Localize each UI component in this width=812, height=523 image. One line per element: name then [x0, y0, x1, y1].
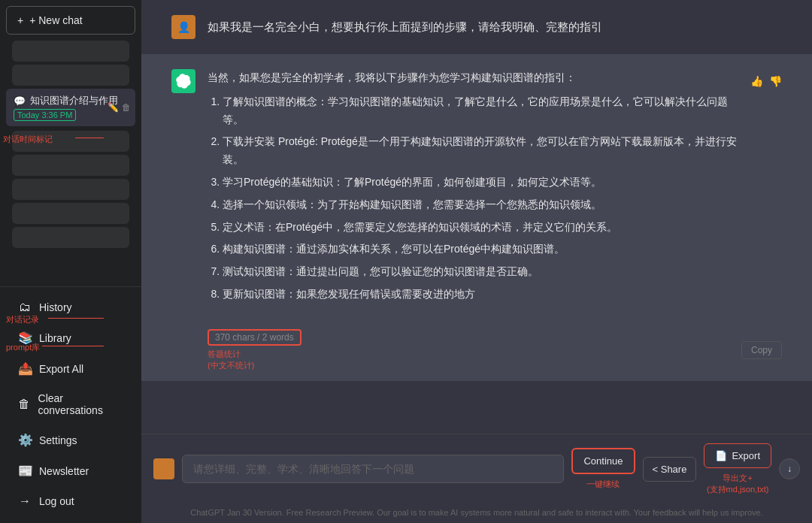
sidebar-top: + + New chat 💬 知识图谱介绍与作用 Today 3:36 PM ✏… — [0, 0, 141, 286]
continue-button[interactable]: Continue — [571, 448, 635, 474]
sidebar-bottom: 🗂 History 📚 Library 📤 Export All 🗑 Clear… — [0, 286, 141, 523]
ai-steps-list: 了解知识图谱的概念：学习知识图谱的基础知识，了解它是什么，它的应用场景是什么，它… — [208, 93, 738, 304]
chat-item-blurred-7[interactable] — [12, 227, 129, 248]
ai-message-text: 当然，如果您是完全的初学者，我将以下步骤作为您学习构建知识图谱的指引： 了解知识… — [208, 69, 738, 304]
chat-icon: 💬 — [14, 95, 26, 107]
clear-icon: 🗑 — [18, 398, 31, 411]
char-annotation: 答题统计 (中文不统计) — [208, 349, 254, 372]
user-message-text: 如果我是一名完全小白，想要执行你上面提到的步骤，请给我明确、完整的指引 — [208, 15, 602, 36]
continue-group: Continue 一键继续 — [571, 448, 635, 490]
char-count: 370 chars / 2 words — [208, 329, 301, 346]
settings-label: Settings — [39, 434, 77, 446]
ai-step-2: 下载并安装 Protégé: Protégé是一个用于构建知识图谱的开源软件，您… — [223, 133, 738, 169]
history-icon: 🗂 — [18, 301, 32, 314]
main-content: 👤 如果我是一名完全小白，想要执行你上面提到的步骤，请给我明确、完整的指引 当然… — [141, 0, 812, 523]
export-label: Export — [732, 450, 760, 461]
continue-annotation: 一键继续 — [586, 479, 620, 490]
input-area: Continue 一键继续 < Share 📄 Export 导出文+ (支持m… — [141, 434, 812, 503]
chat-item-blurred-4[interactable] — [12, 155, 129, 176]
chat-item-blurred-1[interactable] — [12, 41, 129, 62]
active-chat-item[interactable]: 💬 知识图谱介绍与作用 Today 3:36 PM ✏️ 🗑 — [6, 89, 135, 126]
export-ann-1: 导出文+ — [707, 473, 769, 483]
ai-step-7: 测试知识图谱：通过提出问题，您可以验证您的知识图谱是否正确。 — [223, 263, 738, 281]
sidebar-item-export-all[interactable]: 📤 Export All — [6, 354, 135, 383]
ai-message: 当然，如果您是完全的初学者，我将以下步骤作为您学习构建知识图谱的指引： 了解知识… — [141, 54, 812, 323]
chat-area: 👤 如果我是一名完全小白，想要执行你上面提到的步骤，请给我明确、完整的指引 当然… — [141, 0, 812, 434]
export-group: 📄 Export 导出文+ (支持md,json,txt) — [704, 443, 771, 494]
chat-item-actions: ✏️ 🗑 — [108, 102, 131, 113]
newsletter-label: Newsletter — [39, 465, 89, 477]
ai-step-1: 了解知识图谱的概念：学习知识图谱的基础知识，了解它是什么，它的应用场景是什么，它… — [223, 93, 738, 129]
history-label: History — [39, 301, 72, 313]
copy-button[interactable]: Copy — [741, 341, 782, 359]
char-ann-line1: 答题统计 — [208, 349, 254, 360]
input-avatar-icon — [153, 458, 174, 479]
sidebar-item-library[interactable]: 📚 Library — [6, 323, 135, 352]
ai-step-3: 学习Protégé的基础知识：了解Protégé的界面，如何创建项目，如何定义术… — [223, 174, 738, 192]
ai-step-5: 定义术语：在Protégé中，您需要定义您选择的知识领域的术语，并定义它们的关系… — [223, 219, 738, 237]
chat-item-blurred-6[interactable] — [12, 203, 129, 224]
share-button[interactable]: < Share — [643, 457, 697, 482]
export-doc-icon: 📄 — [715, 450, 727, 461]
export-ann-2: (支持md,json,txt) — [707, 484, 769, 494]
new-chat-button[interactable]: + + New chat — [6, 6, 135, 35]
scroll-down-button[interactable]: ↓ — [779, 458, 800, 479]
sidebar-item-history[interactable]: 🗂 History — [6, 293, 135, 322]
sidebar-item-logout[interactable]: → Log out — [6, 487, 135, 515]
user-avatar-icon: 👤 — [177, 21, 190, 33]
chat-title-text: 知识图谱介绍与作用 — [30, 94, 118, 107]
sidebar-item-settings[interactable]: ⚙️ Settings — [6, 425, 135, 455]
ai-message-content: 当然，如果您是完全的初学者，我将以下步骤作为您学习构建知识图谱的指引： 了解知识… — [208, 69, 738, 308]
chat-item-time: Today 3:36 PM — [14, 109, 76, 121]
ai-step-4: 选择一个知识领域：为了开始构建知识图谱，您需要选择一个您熟悉的知识领域。 — [223, 196, 738, 214]
export-button[interactable]: 📄 Export — [704, 443, 771, 468]
newsletter-icon: 📰 — [18, 464, 32, 478]
delete-icon[interactable]: 🗑 — [122, 102, 131, 113]
plus-icon: + — [17, 14, 23, 26]
logout-label: Log out — [39, 495, 74, 507]
library-icon: 📚 — [18, 331, 32, 345]
logout-icon: → — [18, 494, 32, 508]
ai-step-6: 构建知识图谱：通过添加实体和关系，您可以在Protégé中构建知识图谱。 — [223, 240, 738, 258]
clear-label: Clear conversations — [38, 392, 123, 416]
footer-note: ChatGPT Jan 30 Version. Free Research Pr… — [141, 503, 812, 523]
new-chat-label: + New chat — [29, 14, 82, 26]
message-footer: 370 chars / 2 words 答题统计 (中文不统计) Copy — [141, 323, 812, 381]
chat-item-blurred-2[interactable] — [12, 65, 129, 86]
char-ann-line2: (中文不统计) — [208, 360, 254, 371]
chat-item-blurred-5[interactable] — [12, 179, 129, 200]
edit-icon[interactable]: ✏️ — [108, 102, 119, 113]
user-message: 👤 如果我是一名完全小白，想要执行你上面提到的步骤，请给我明确、完整的指引 — [141, 0, 812, 54]
settings-icon: ⚙️ — [18, 433, 32, 447]
chat-input[interactable] — [182, 455, 564, 483]
sidebar: + + New chat 💬 知识图谱介绍与作用 Today 3:36 PM ✏… — [0, 0, 141, 523]
chat-list: 💬 知识图谱介绍与作用 Today 3:36 PM ✏️ 🗑 — [0, 41, 141, 248]
sidebar-item-clear[interactable]: 🗑 Clear conversations — [6, 385, 135, 424]
user-avatar: 👤 — [171, 15, 195, 39]
export-annotation: 导出文+ (支持md,json,txt) — [707, 473, 769, 494]
ai-step-8: 更新知识图谱：如果您发现任何错误或需要改进的地方 — [223, 286, 738, 304]
library-label: Library — [39, 332, 71, 344]
footer-left: 370 chars / 2 words 答题统计 (中文不统计) — [208, 329, 301, 372]
message-actions: 👍 👎 — [750, 72, 782, 87]
sidebar-item-newsletter[interactable]: 📰 Newsletter — [6, 456, 135, 485]
chat-item-blurred-3[interactable] — [12, 131, 129, 152]
thumbs-up-icon[interactable]: 👍 — [750, 75, 763, 87]
ai-avatar — [171, 69, 195, 93]
export-all-label: Export All — [39, 363, 83, 375]
export-all-icon: 📤 — [18, 361, 32, 376]
thumbs-down-icon[interactable]: 👎 — [769, 75, 782, 87]
ai-intro: 当然，如果您是完全的初学者，我将以下步骤作为您学习构建知识图谱的指引： — [208, 69, 738, 87]
